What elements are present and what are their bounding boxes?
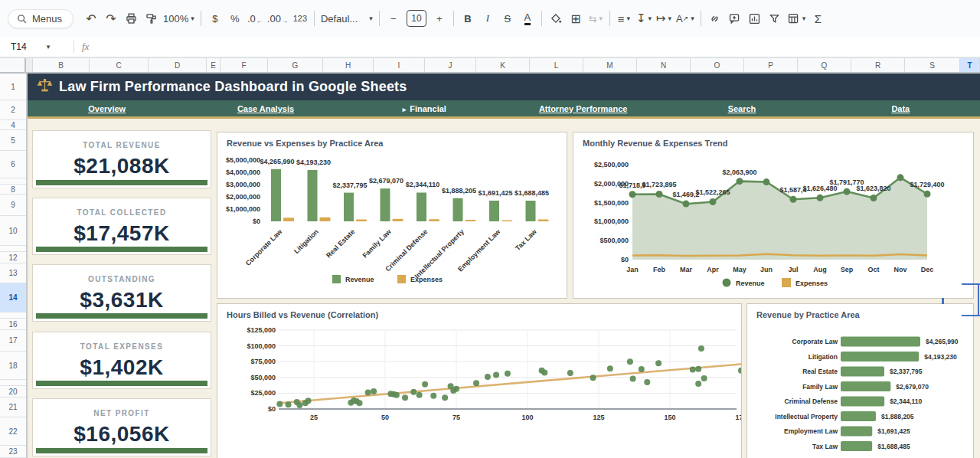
column-header-N[interactable]: N bbox=[637, 58, 691, 72]
row-header-1[interactable]: 1 bbox=[0, 74, 26, 100]
row-header-16[interactable]: 16 bbox=[0, 319, 26, 330]
paint-format-button[interactable] bbox=[141, 8, 161, 29]
chart-panel-revenue-hbar[interactable]: Revenue by Practice Area Corporate Law$4… bbox=[746, 303, 974, 458]
arrow-up-right-icon: ↗ bbox=[683, 15, 689, 22]
nav-link-financial[interactable]: ▸Financial bbox=[345, 104, 504, 113]
filter-button[interactable] bbox=[765, 8, 785, 29]
insert-link-button[interactable] bbox=[705, 8, 725, 29]
svg-text:$2,337,795: $2,337,795 bbox=[332, 182, 367, 189]
more-formats-button[interactable]: 123 bbox=[290, 8, 310, 29]
column-header-O[interactable]: O bbox=[691, 58, 744, 72]
vertical-align-button[interactable]: ↧▾ bbox=[634, 8, 654, 29]
decrease-font-size-button[interactable]: − bbox=[384, 8, 403, 29]
nav-link-data[interactable]: Data bbox=[822, 104, 980, 113]
text-color-button[interactable]: A bbox=[518, 8, 537, 29]
bold-button[interactable]: B bbox=[458, 8, 478, 29]
borders-button[interactable]: ⊞ bbox=[566, 8, 586, 29]
row-header-22[interactable]: 22 bbox=[0, 417, 26, 446]
row-header-20[interactable]: 20 bbox=[0, 386, 26, 397]
nav-link-search[interactable]: Search bbox=[662, 104, 821, 113]
increase-font-size-button[interactable]: + bbox=[430, 8, 449, 29]
row-header-23[interactable]: 23 bbox=[0, 446, 26, 458]
row-header-collapsed[interactable] bbox=[0, 312, 26, 319]
svg-text:$1,000,000: $1,000,000 bbox=[594, 218, 629, 225]
column-header-C[interactable]: C bbox=[90, 58, 149, 72]
format-percent-button[interactable]: % bbox=[225, 8, 245, 29]
column-header-I[interactable]: I bbox=[374, 58, 425, 72]
column-header-M[interactable]: M bbox=[583, 58, 637, 72]
fill-color-button[interactable] bbox=[546, 8, 566, 29]
undo-button[interactable]: ↶ bbox=[81, 8, 101, 29]
merge-cells-button[interactable]: ⇆▾ bbox=[586, 8, 606, 29]
format-currency-button[interactable]: $ bbox=[205, 8, 225, 29]
row-header-6[interactable]: 6 bbox=[0, 151, 26, 178]
formula-bar: T14▾ fx bbox=[0, 37, 980, 57]
column-header-F[interactable]: F bbox=[220, 58, 268, 72]
print-button[interactable] bbox=[121, 8, 141, 29]
font-size-input[interactable]: 10 bbox=[407, 10, 426, 27]
row-header-21[interactable]: 21 bbox=[0, 397, 26, 417]
increase-decimal-button[interactable]: .00→ bbox=[265, 8, 290, 29]
name-box[interactable]: T14▾ bbox=[0, 41, 66, 52]
row-header-collapsed[interactable] bbox=[0, 246, 26, 252]
line-chart: $2,500,000$2,000,000$1,500,000$1,000,000… bbox=[573, 151, 973, 301]
svg-text:$25,000: $25,000 bbox=[250, 389, 276, 397]
kpi-value: $16,056K bbox=[33, 422, 211, 447]
row-header-8[interactable]: 8 bbox=[0, 185, 26, 195]
text-wrap-button[interactable]: ↦▾ bbox=[654, 8, 674, 29]
svg-text:Jul: Jul bbox=[788, 266, 798, 273]
column-header-S[interactable]: S bbox=[905, 58, 960, 72]
nav-link-attorney-performance[interactable]: Attorney Performance bbox=[504, 104, 662, 113]
redo-button[interactable]: ↷ bbox=[101, 8, 121, 29]
strikethrough-button[interactable]: S bbox=[498, 8, 518, 29]
insert-comment-button[interactable] bbox=[725, 8, 745, 29]
column-header-D[interactable]: D bbox=[149, 58, 207, 72]
font-select[interactable]: Defaul...▾ bbox=[318, 8, 375, 29]
row-header-2[interactable]: 2 bbox=[0, 100, 26, 120]
hidden-column-indicator[interactable] bbox=[26, 58, 33, 72]
formula-input[interactable] bbox=[89, 37, 980, 57]
column-header-E[interactable]: E bbox=[207, 58, 220, 72]
column-header-K[interactable]: K bbox=[476, 58, 530, 72]
row-header-collapsed[interactable] bbox=[0, 380, 26, 386]
chart-panel-revenue-expenses-bar[interactable]: Revenue vs Expenses by Practice Area $5,… bbox=[217, 132, 567, 299]
kpi-card-total-expenses: TOTAL EXPENSES$1,402K bbox=[32, 332, 211, 389]
svg-text:$2,679,070: $2,679,070 bbox=[896, 383, 929, 391]
column-header-L[interactable]: L bbox=[530, 58, 583, 72]
chart-panel-hours-correlation[interactable]: Hours Billed vs Revenue (Correlation) $1… bbox=[217, 303, 742, 458]
column-header-H[interactable]: H bbox=[323, 58, 374, 72]
row-header-4[interactable]: 4 bbox=[0, 120, 26, 130]
svg-text:$2,000,000: $2,000,000 bbox=[226, 193, 260, 201]
table-tools-button[interactable]: ▾ bbox=[785, 8, 808, 29]
row-header-12[interactable]: 12 bbox=[0, 252, 26, 263]
row-header-17[interactable]: 17 bbox=[0, 330, 26, 352]
row-header-13[interactable]: 13 bbox=[0, 263, 26, 283]
row-header-10[interactable]: 10 bbox=[0, 216, 26, 246]
decrease-decimal-button[interactable]: .0← bbox=[245, 8, 265, 29]
horizontal-bar-chart: Corporate Law$4,265,990Litigation$4,193,… bbox=[747, 322, 973, 458]
row-header-18[interactable]: 18 bbox=[0, 352, 26, 380]
insert-chart-button[interactable] bbox=[745, 8, 765, 29]
text-rotation-button[interactable]: A↗▾ bbox=[674, 8, 697, 29]
column-header-T[interactable]: T bbox=[960, 58, 980, 72]
column-header-J[interactable]: J bbox=[425, 58, 476, 72]
column-header-G[interactable]: G bbox=[268, 58, 323, 72]
row-header-9[interactable]: 9 bbox=[0, 195, 26, 216]
chart-panel-monthly-trend[interactable]: Monthly Revenue & Expenses Trend $2,500,… bbox=[573, 132, 974, 299]
svg-text:$500,000: $500,000 bbox=[599, 237, 629, 244]
column-header-Q[interactable]: Q bbox=[798, 58, 851, 72]
column-header-R[interactable]: R bbox=[851, 58, 905, 72]
column-header-B[interactable]: B bbox=[33, 58, 90, 72]
nav-link-overview[interactable]: Overview bbox=[28, 104, 186, 113]
row-header-14[interactable]: 14 bbox=[0, 283, 26, 312]
row-header-collapsed[interactable] bbox=[0, 178, 26, 185]
nav-link-case-analysis[interactable]: Case Analysis bbox=[186, 104, 345, 113]
column-header-P[interactable]: P bbox=[744, 58, 798, 72]
row-header-5[interactable]: 5 bbox=[0, 130, 26, 151]
select-all-corner[interactable] bbox=[0, 58, 26, 72]
zoom-select[interactable]: 100%▾ bbox=[161, 8, 197, 29]
menus-search[interactable]: Menus bbox=[8, 9, 74, 28]
functions-button[interactable]: Σ bbox=[808, 8, 828, 29]
horizontal-align-button[interactable]: ≡▾ bbox=[614, 8, 634, 29]
italic-button[interactable]: I bbox=[478, 8, 498, 29]
